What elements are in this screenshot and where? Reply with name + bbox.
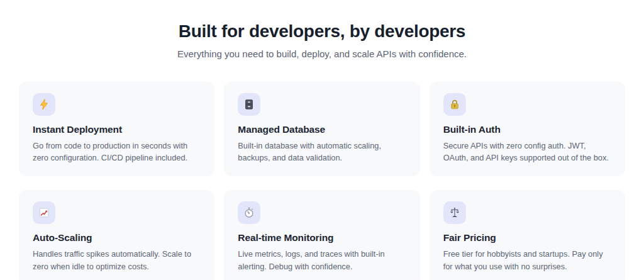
lock-icon bbox=[448, 98, 461, 111]
section-header: Built for developers, by developers Ever… bbox=[0, 0, 644, 59]
feature-card-auto-scaling: Auto-Scaling Handles traffic spikes auto… bbox=[19, 190, 214, 280]
feature-icon-chip bbox=[33, 93, 55, 116]
feature-title: Real-time Monitoring bbox=[238, 232, 406, 244]
feature-card-fair-pricing: Fair Pricing Free tier for hobbyists and… bbox=[430, 190, 625, 280]
file-cabinet-icon bbox=[243, 98, 255, 111]
section-title: Built for developers, by developers bbox=[0, 21, 644, 42]
feature-title: Managed Database bbox=[238, 124, 406, 135]
feature-description: Built-in database with automatic scaling… bbox=[238, 140, 406, 164]
feature-description: Go from code to production in seconds wi… bbox=[33, 140, 201, 164]
feature-description: Secure APIs with zero config auth. JWT, … bbox=[443, 140, 611, 164]
feature-icon-chip bbox=[238, 201, 260, 224]
feature-card-managed-database: Managed Database Built-in database with … bbox=[224, 82, 419, 176]
feature-description: Free tier for hobbyists and startups. Pa… bbox=[443, 248, 611, 272]
features-grid: Instant Deployment Go from code to produ… bbox=[19, 82, 625, 280]
feature-card-instant-deployment: Instant Deployment Go from code to produ… bbox=[19, 82, 214, 176]
features-section: Built for developers, by developers Ever… bbox=[0, 0, 644, 280]
feature-icon-chip bbox=[443, 93, 466, 116]
section-subtitle: Everything you need to build, deploy, an… bbox=[0, 48, 644, 59]
stopwatch-icon bbox=[243, 206, 255, 219]
lightning-bolt-icon bbox=[38, 98, 50, 111]
feature-card-real-time-monitoring: Real-time Monitoring Live metrics, logs,… bbox=[224, 190, 419, 280]
feature-title: Fair Pricing bbox=[443, 232, 611, 244]
feature-icon-chip bbox=[443, 201, 466, 224]
feature-description: Handles traffic spikes automatically. Sc… bbox=[33, 248, 201, 272]
feature-description: Live metrics, logs, and traces with buil… bbox=[238, 248, 406, 272]
chart-increasing-icon bbox=[38, 206, 50, 219]
balance-scale-icon bbox=[448, 206, 461, 219]
feature-card-built-in-auth: Built-in Auth Secure APIs with zero conf… bbox=[430, 82, 625, 176]
feature-title: Built-in Auth bbox=[443, 124, 611, 135]
feature-title: Auto-Scaling bbox=[33, 232, 201, 244]
feature-icon-chip bbox=[33, 201, 55, 224]
feature-title: Instant Deployment bbox=[33, 124, 201, 135]
feature-icon-chip bbox=[238, 93, 260, 116]
